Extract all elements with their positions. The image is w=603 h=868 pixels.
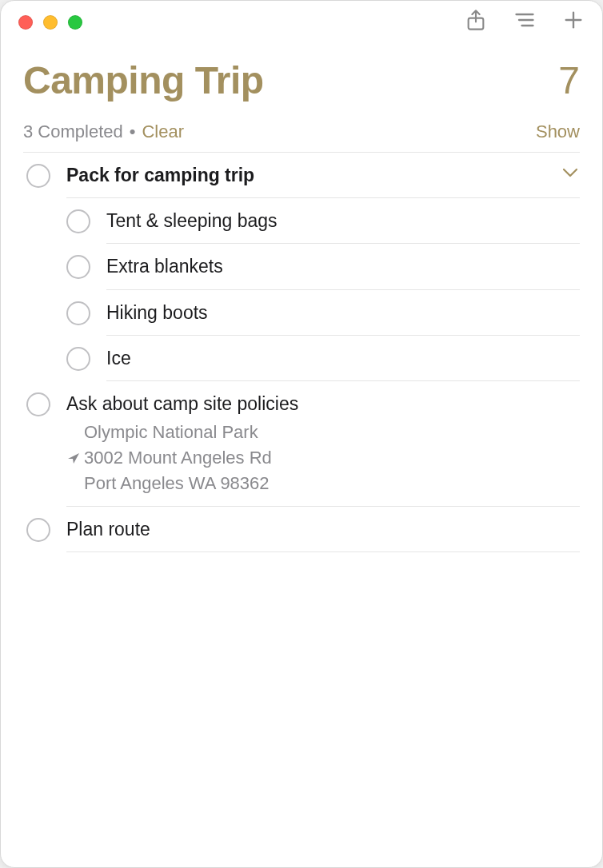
checkbox[interactable] [66,209,90,233]
checkbox[interactable] [26,518,50,542]
chevron-down-icon[interactable] [562,167,578,181]
remaining-count: 7 [558,58,580,102]
window-controls [18,14,82,30]
list-header: Camping Trip 7 [23,58,580,102]
reminders-list: Pack for camping trip Tent & sleeping ba… [23,153,580,552]
reminder-subitem[interactable]: Hiking boots [66,290,580,336]
show-completed-button[interactable]: Show [536,121,580,142]
add-icon[interactable] [562,9,585,34]
list-view-icon[interactable] [513,9,536,34]
location-street: 3002 Mount Angeles Rd [84,445,272,471]
checkbox[interactable] [66,255,90,279]
reminder-title: Tent & sleeping bags [106,208,580,233]
reminder-title: Plan route [66,516,580,542]
location-block: Olympic National Park 3002 Mount Angeles… [66,420,580,496]
content-area: Camping Trip 7 3 Completed • Clear Show … [1,42,602,552]
completed-count-label: 3 Completed [23,121,123,142]
reminder-subitem[interactable]: Ice [66,336,580,381]
location-city: Port Angeles WA 98362 [66,471,580,496]
checkbox[interactable] [66,347,90,371]
titlebar [1,1,602,42]
list-title: Camping Trip [23,58,264,102]
close-window-button[interactable] [18,15,33,30]
fullscreen-window-button[interactable] [68,15,82,30]
clear-completed-button[interactable]: Clear [142,121,184,142]
reminder-title: Ice [106,345,580,371]
checkbox[interactable] [66,301,90,325]
reminder-title: Hiking boots [106,300,580,325]
reminder-item[interactable]: Pack for camping trip [23,153,580,198]
reminder-title: Ask about camp site policies [66,391,580,416]
separator-dot: • [130,121,136,142]
checkbox[interactable] [26,164,50,188]
toolbar [465,9,585,34]
status-left: 3 Completed • Clear [23,121,184,142]
location-name: Olympic National Park [66,420,580,445]
reminder-item[interactable]: Ask about camp site policies Olympic Nat… [23,381,580,507]
reminder-item[interactable]: Plan route [23,507,580,552]
location-arrow-icon [66,452,81,464]
reminder-title: Extra blankets [106,253,580,279]
reminders-window: Camping Trip 7 3 Completed • Clear Show … [0,0,603,868]
status-row: 3 Completed • Clear Show [23,121,580,153]
reminder-title: Pack for camping trip [66,162,580,188]
reminder-subitem[interactable]: Extra blankets [66,244,580,289]
share-icon[interactable] [465,9,487,34]
checkbox[interactable] [26,392,50,416]
minimize-window-button[interactable] [43,15,58,30]
reminder-subitem[interactable]: Tent & sleeping bags [66,198,580,244]
